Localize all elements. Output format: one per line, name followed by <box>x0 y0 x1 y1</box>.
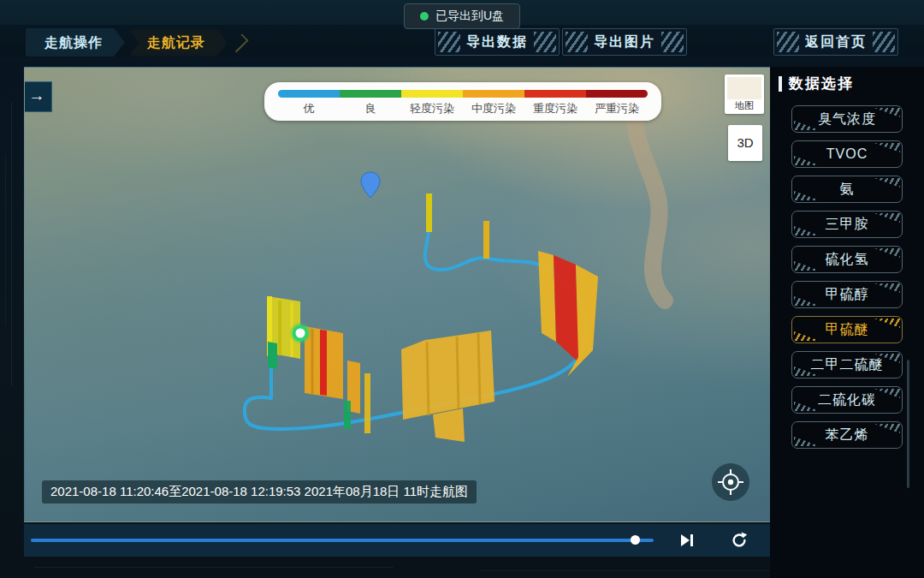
panel-expand-button[interactable]: → <box>24 81 52 112</box>
tab-cruise-record[interactable]: 走航记录 <box>128 28 228 57</box>
basemap-label: 地图 <box>725 99 764 112</box>
success-dot-icon <box>420 12 429 21</box>
sidebar-item-odor-concentration[interactable]: 臭气浓度 <box>791 105 903 133</box>
crosshair-icon <box>716 468 745 497</box>
return-home-button[interactable]: 返回首页 <box>773 28 898 56</box>
map-canvas[interactable]: → 优 良 轻度污染 中度污染 重度污染 严重污染 地图 3D 2021-08-… <box>24 67 772 522</box>
sidebar-item-styrene[interactable]: 苯乙烯 <box>791 421 903 449</box>
frame-circuit-line <box>5 154 6 325</box>
basemap-thumbnail <box>727 77 761 99</box>
legend-label: 良 <box>340 101 401 116</box>
playback-slider-knob[interactable] <box>631 535 640 545</box>
playback-slider[interactable] <box>31 539 654 542</box>
sidebar-item-dimethyl-disulfide[interactable]: 二甲二硫醚 <box>791 351 903 378</box>
pollution-curtain-middle <box>401 331 495 442</box>
legend-labels: 优 良 轻度污染 中度污染 重度污染 严重污染 <box>278 101 648 116</box>
export-image-button[interactable]: 导出图片 <box>562 28 687 56</box>
pollution-bar <box>483 221 489 259</box>
sidebar-item-ammonia[interactable]: 氨 <box>791 176 903 203</box>
refresh-button[interactable] <box>731 532 748 549</box>
frame-circuit-line <box>34 567 394 568</box>
arrow-right-icon: → <box>29 86 45 104</box>
current-position-marker <box>290 323 311 343</box>
locate-compass-button[interactable] <box>712 463 749 501</box>
mode-3d-button[interactable]: 3D <box>728 125 762 161</box>
pollution-route-layer <box>25 68 771 521</box>
skip-to-end-icon <box>679 533 695 547</box>
legend-swatch <box>463 90 524 98</box>
basemap-toggle-button[interactable]: 地图 <box>725 74 764 114</box>
frame-circuit-line <box>11 103 12 385</box>
frame-circuit-line <box>479 570 804 571</box>
legend-label: 优 <box>278 101 340 116</box>
legend-swatch <box>401 90 463 98</box>
pollution-bar <box>426 194 432 232</box>
legend-label: 严重污染 <box>586 101 648 116</box>
legend-swatch <box>524 90 586 98</box>
export-data-button[interactable]: 导出数据 <box>435 28 560 56</box>
aqi-legend: 优 良 轻度污染 中度污染 重度污染 严重污染 <box>264 82 661 121</box>
sidebar-item-carbon-disulfide[interactable]: 二硫化碳 <box>791 386 903 414</box>
refresh-icon <box>731 532 748 549</box>
nav-tabs: 走航操作 走航记录 <box>26 28 244 57</box>
sidebar-item-methyl-mercaptan[interactable]: 甲硫醇 <box>791 281 903 308</box>
pollution-curtain-right <box>538 251 598 377</box>
route-timestamp-label: 2021-08-18 11:20:46至2021-08-18 12:19:53 … <box>42 480 477 504</box>
legend-swatch <box>278 90 340 98</box>
pollution-curtain-left <box>267 296 370 433</box>
tab-cruise-operation[interactable]: 走航操作 <box>26 28 125 57</box>
sidebar-item-trimethylamine[interactable]: 三甲胺 <box>791 211 903 238</box>
toast-message: 已导出到U盘 <box>435 9 504 24</box>
legend-label: 轻度污染 <box>401 101 463 116</box>
export-toast: 已导出到U盘 <box>404 3 520 29</box>
sidebar-item-hydrogen-sulfide[interactable]: 硫化氢 <box>791 246 903 273</box>
sidebar-scrollbar[interactable] <box>907 360 909 488</box>
map-pin-icon <box>361 172 380 198</box>
data-selection-sidebar: 数据选择 臭气浓度 TVOC 氨 三甲胺 硫化氢 甲硫醇 甲硫醚 二甲二硫醚 二… <box>770 67 924 578</box>
legend-swatch <box>586 90 648 98</box>
sidebar-item-methyl-sulfide[interactable]: 甲硫醚 <box>791 316 903 343</box>
sidebar-item-tvoc[interactable]: TVOC <box>791 140 903 168</box>
legend-label: 重度污染 <box>524 101 586 116</box>
chevron-right-icon <box>230 34 249 53</box>
sidebar-title: 数据选择 <box>789 74 854 93</box>
skip-to-end-button[interactable] <box>679 533 695 547</box>
header-accent-bar <box>779 76 782 92</box>
legend-swatch <box>340 90 401 98</box>
sidebar-header: 数据选择 <box>779 74 924 93</box>
legend-label: 中度污染 <box>463 101 524 116</box>
playback-bar <box>24 524 770 557</box>
legend-color-bar <box>278 90 648 98</box>
